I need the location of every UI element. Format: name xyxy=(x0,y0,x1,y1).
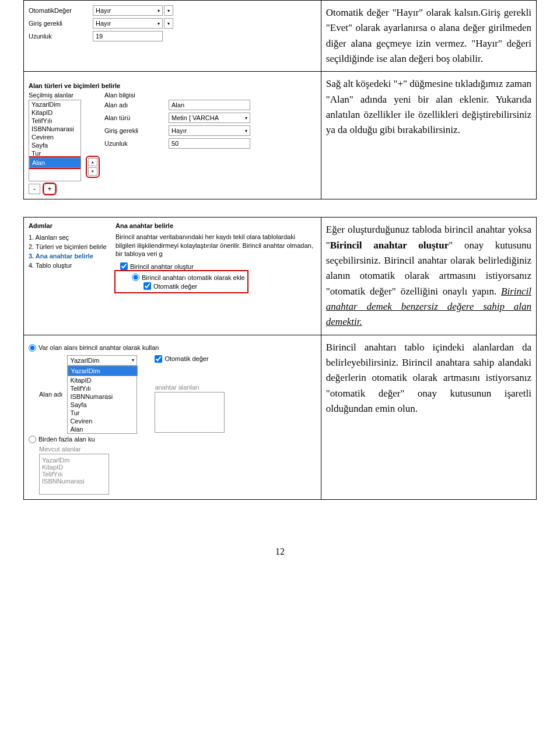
list-item[interactable]: TelifYılı xyxy=(29,117,80,125)
fields-panel: Alan türleri ve biçimleri belirle Seçilm… xyxy=(29,82,316,194)
section-title: Alan türleri ve biçimleri belirle xyxy=(29,82,316,89)
sel-otomatikdeger[interactable]: Hayır ▾ xyxy=(93,5,163,16)
step-3-active[interactable]: 3. Ana anahtar belirle xyxy=(29,251,107,261)
sel-extra-arrow[interactable]: ▾ xyxy=(164,18,173,29)
page-number: 12 xyxy=(23,546,537,557)
radio-auto-add[interactable] xyxy=(132,274,139,281)
list-item: TelifYılı xyxy=(42,471,106,478)
dd-option[interactable]: Sayfa xyxy=(68,401,136,409)
dd-option[interactable]: Ceviren xyxy=(68,417,136,425)
list-item[interactable]: YazarlDim xyxy=(29,100,80,108)
dd-option[interactable]: TelifYılı xyxy=(68,384,136,392)
sel-extra-arrow[interactable]: ▾ xyxy=(164,5,173,16)
radio-multi[interactable] xyxy=(29,436,36,443)
list-item[interactable]: ISBNNumarasi xyxy=(29,125,80,133)
reorder-buttons: ▴ ▾ xyxy=(87,157,99,177)
steps-title: Adımlar xyxy=(29,222,107,229)
section-2-table: Adımlar 1. Alanları seç 2. Türleri ve bi… xyxy=(23,217,537,499)
sel-girisgerekli[interactable]: Hayır ▾ xyxy=(93,18,163,29)
cb-create-pk-row[interactable]: Birincil anahtar oluştur xyxy=(120,262,316,270)
add-field-button[interactable]: + xyxy=(44,184,55,194)
dd-option[interactable]: KitapID xyxy=(68,376,136,384)
step-2[interactable]: 2. Türleri ve biçimleri belirle xyxy=(29,242,107,251)
sel-alan-turu[interactable]: Metin [ VARCHA ▾ xyxy=(169,113,250,123)
radio-auto-add-row[interactable]: Birincil anahtarı otomatik olarak ekle xyxy=(132,274,245,281)
list-item: YazarlDm xyxy=(42,457,106,464)
lbl-otomatikdeger: OtomatikDeğer xyxy=(29,7,93,14)
radio-multi-label: Birden fazla alan ku xyxy=(38,436,95,443)
radio-use-existing[interactable] xyxy=(29,344,36,352)
lbl-alan-adi: Alan adı xyxy=(39,391,62,398)
dd-value: YazarlDim xyxy=(70,357,99,364)
sel-otomatikdeger-value: Hayır xyxy=(96,7,111,14)
dd-alan-adi[interactable]: YazarlDim ▾ xyxy=(67,355,137,366)
lbl-alan-turu: Alan türü xyxy=(104,114,169,121)
radio-use-existing-label: Var olan alanı birincil anahtar olarak k… xyxy=(38,344,159,351)
dd-alan-adi-open[interactable]: YazarlDim KitapID TelifYılı ISBNNumarasi… xyxy=(67,365,137,434)
radio-multi-row[interactable]: Birden fazla alan ku xyxy=(29,436,137,443)
pk-title: Ana anahtar belirle xyxy=(116,222,316,229)
s1-right-desc2: Sağ alt köşedeki "+" düğmesine tıkladığı… xyxy=(321,72,536,199)
wizard-panel: Adımlar 1. Alanları seç 2. Türleri ve bi… xyxy=(29,222,316,292)
list-item-selected[interactable]: Alan xyxy=(29,157,81,168)
list-item: KitapID xyxy=(42,464,106,471)
cb-auto-value-label: Otomatik değer xyxy=(153,283,197,290)
dd-option[interactable]: ISBNNumarasi xyxy=(68,392,136,401)
top-form-panel: OtomatikDeğer Hayır ▾ ▾ Giriş gerekli Ha… xyxy=(29,5,316,41)
desc2-text: Sağ alt köşedeki "+" düğmesine tıkladığı… xyxy=(326,78,531,135)
lbl-giris-gerekli2: Giriş gerekli xyxy=(104,127,169,134)
cb-auto-value-row[interactable]: Otomatik değer xyxy=(144,282,245,290)
highlighted-pk-options: Birincil anahtarı otomatik olarak ekle O… xyxy=(116,271,247,292)
cb-create-pk[interactable] xyxy=(120,262,128,270)
selected-fields-list[interactable]: YazarlDim KitapID TelifYılı ISBNNumarasi… xyxy=(29,100,81,181)
list-item[interactable]: Tur xyxy=(29,149,80,157)
dd-option[interactable]: YazarlDim xyxy=(68,366,138,376)
s2-desc2-text: Birincil anahtarı tablo içindeki alanlar… xyxy=(326,342,531,414)
chevron-down-icon: ▾ xyxy=(158,8,160,13)
list-item: ISBNNumarasi xyxy=(42,478,106,485)
steps-sidebar: Adımlar 1. Alanları seç 2. Türleri ve bi… xyxy=(29,222,107,292)
move-up-button[interactable]: ▴ xyxy=(88,158,97,166)
txt-alan-adi[interactable]: Alan xyxy=(169,100,250,110)
chevron-down-icon: ▾ xyxy=(132,358,134,363)
desc1-text: Otomatik değer "Hayır" olarak kalsın.Gir… xyxy=(326,7,531,64)
sel-giris-gerekli2[interactable]: Hayır ▾ xyxy=(169,125,250,136)
cb-auto-value2-row[interactable]: Otomatik değer xyxy=(155,355,225,363)
radio-use-existing-row[interactable]: Var olan alanı birincil anahtar olarak k… xyxy=(29,344,316,352)
dd-option[interactable]: Tur xyxy=(68,409,136,417)
txt-uzunluk[interactable]: 19 xyxy=(93,31,163,41)
section-1-table: OtomatikDeğer Hayır ▾ ▾ Giriş gerekli Ha… xyxy=(23,0,537,199)
lbl-anahtar-alanlari: anahtar alanları xyxy=(155,384,225,391)
wizard-content: Ana anahtar belirle Birincil anahtar ver… xyxy=(116,222,316,292)
list-item[interactable]: Ceviren xyxy=(29,133,80,141)
remove-field-button[interactable]: - xyxy=(29,184,40,194)
cb-auto-value2[interactable] xyxy=(155,355,162,363)
dd-option[interactable]: Alan xyxy=(68,425,136,433)
lbl-alan-adi: Alan adı xyxy=(104,101,169,108)
radio-auto-add-label: Birincil anahtarı otomatik olarak ekle xyxy=(142,274,245,281)
s2-right-desc2: Birincil anahtarı tablo içindeki alanlar… xyxy=(321,335,536,499)
txt-uzunluk2[interactable]: 50 xyxy=(169,138,250,149)
lbl-uzunluk: Uzunluk xyxy=(29,33,93,40)
cb-auto-value2-label: Otomatik değer xyxy=(164,355,208,362)
move-down-button[interactable]: ▾ xyxy=(88,167,97,176)
cb-create-pk-label: Birincil anahtar oluştur xyxy=(130,263,194,270)
anahtar-list xyxy=(155,392,225,433)
existing-field-panel: Var olan alanı birincil anahtar olarak k… xyxy=(29,340,316,495)
list-item[interactable]: Sayfa xyxy=(29,141,80,149)
chevron-down-icon: ▾ xyxy=(245,128,247,134)
step-1[interactable]: 1. Alanları seç xyxy=(29,233,107,242)
txt-uzunluk-value: 19 xyxy=(96,33,103,40)
list-item[interactable]: KitapID xyxy=(29,108,80,117)
lbl-girisgerekli: Giriş gerekli xyxy=(29,20,93,27)
s2-left-bottom: Var olan alanı birincil anahtar olarak k… xyxy=(24,335,321,499)
sel-girisgerekli-value: Hayır xyxy=(96,20,111,27)
step-4[interactable]: 4. Tablo oluştur xyxy=(29,261,107,270)
mevcut-list: YazarlDm KitapID TelifYılı ISBNNumarasi xyxy=(39,454,109,495)
cb-auto-value[interactable] xyxy=(144,282,151,290)
lbl-uzunluk2: Uzunluk xyxy=(104,140,169,147)
field-info-label: Alan bilgisi xyxy=(104,92,316,99)
s1-left-bottom: Alan türleri ve biçimleri belirle Seçilm… xyxy=(24,72,321,199)
pk-intro: Birincil anahtar veritabanındaki her kay… xyxy=(116,233,316,258)
s2-desc1-bold: Birincil anahtar oluştur xyxy=(330,240,449,251)
